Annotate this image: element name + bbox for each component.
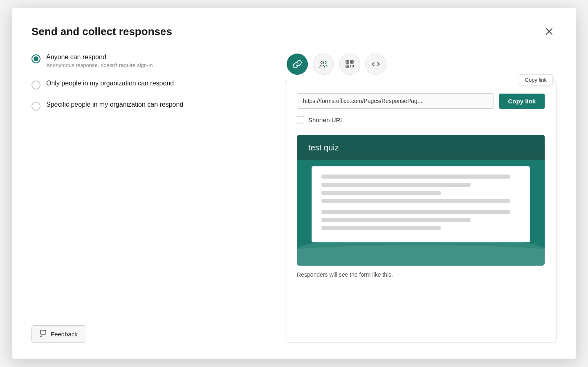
link-icon	[293, 60, 302, 69]
svg-rect-2	[40, 330, 46, 334]
svg-point-4	[325, 63, 326, 63]
code-icon	[371, 60, 380, 69]
qr-icon	[345, 60, 354, 69]
tab-qr[interactable]	[339, 54, 360, 75]
preview-header: test quiz	[297, 135, 545, 160]
radio-label-anyone: Anyone can respond Anonymous response, d…	[46, 54, 153, 68]
preview-body	[312, 166, 530, 242]
radio-title-anyone: Anyone can respond	[46, 54, 153, 61]
people-icon	[319, 60, 328, 69]
svg-rect-14	[352, 66, 352, 67]
svg-rect-13	[350, 66, 351, 67]
copy-link-button[interactable]: Copy link	[499, 94, 545, 109]
radio-title-specific: Specific people in my organization can r…	[46, 101, 183, 108]
wave-2	[297, 245, 545, 266]
send-collect-modal: Send and collect responses Anyone can re…	[12, 8, 576, 359]
preview-line-5	[321, 210, 510, 214]
svg-rect-8	[351, 61, 353, 63]
svg-rect-16	[353, 66, 354, 67]
feedback-icon	[40, 330, 47, 338]
svg-rect-11	[350, 65, 351, 66]
url-input[interactable]	[297, 93, 494, 109]
radio-circle-anyone	[31, 54, 40, 63]
svg-rect-18	[352, 67, 352, 68]
copy-link-tooltip: Copy link	[519, 74, 553, 85]
shorten-row: Shorten URL	[297, 116, 545, 123]
preview-line-2	[321, 183, 471, 187]
feedback-button[interactable]: Feedback	[31, 325, 86, 343]
feedback-label: Feedback	[51, 331, 78, 338]
modal-header: Send and collect responses	[31, 24, 557, 39]
tab-people[interactable]	[313, 54, 334, 75]
radio-org[interactable]: Only people in my organization can respo…	[31, 80, 269, 90]
radio-title-org: Only people in my organization can respo…	[46, 80, 174, 87]
svg-rect-12	[352, 65, 352, 66]
preview-line-6	[321, 218, 471, 222]
svg-point-3	[321, 61, 324, 64]
modal-body: Anyone can respond Anonymous response, d…	[31, 54, 557, 343]
content-box: Copy link Copy link Shorten URL test qui…	[285, 80, 557, 343]
radio-circle-specific	[31, 102, 40, 111]
svg-rect-10	[347, 66, 348, 67]
url-row: Copy link	[297, 93, 545, 109]
svg-rect-15	[353, 65, 354, 66]
radio-anyone[interactable]: Anyone can respond Anonymous response, d…	[31, 54, 269, 68]
close-icon	[545, 27, 553, 36]
tab-link[interactable]	[287, 54, 308, 75]
svg-rect-6	[347, 61, 348, 63]
left-panel: Anyone can respond Anonymous response, d…	[31, 54, 285, 343]
right-panel: Copy link Copy link Shorten URL test qui…	[285, 54, 557, 343]
tabs-row	[285, 54, 557, 75]
preview-line-7	[321, 226, 441, 230]
radio-label-org: Only people in my organization can respo…	[46, 80, 174, 87]
radio-sub-anyone: Anonymous response, doesn't require sign…	[46, 62, 153, 68]
modal-title: Send and collect responses	[31, 25, 172, 38]
svg-rect-17	[350, 67, 351, 68]
preview-line-1	[321, 175, 510, 179]
radio-circle-org	[31, 81, 40, 90]
shorten-url-label: Shorten URL	[308, 116, 344, 123]
preview-card: test quiz	[297, 135, 545, 266]
radio-specific[interactable]: Specific people in my organization can r…	[31, 101, 269, 111]
tab-embed[interactable]	[365, 54, 386, 75]
close-button[interactable]	[542, 24, 557, 39]
preview-form-title: test quiz	[308, 143, 339, 152]
shorten-url-checkbox[interactable]	[297, 116, 304, 123]
responders-text: Responders will see the form like this.	[297, 271, 545, 278]
radio-label-specific: Specific people in my organization can r…	[46, 101, 183, 108]
preview-line-4	[321, 199, 510, 203]
preview-line-3	[321, 191, 441, 195]
